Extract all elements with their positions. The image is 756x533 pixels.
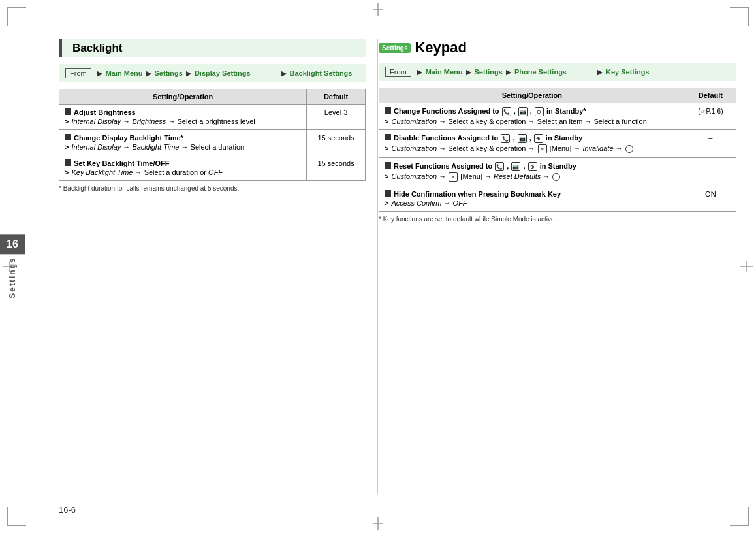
circle-icon2 xyxy=(552,173,560,181)
corner-mark-bl xyxy=(7,507,26,526)
breadcrumb-arrow-r1: ▶ xyxy=(417,68,422,76)
backlight-section-header: Backlight xyxy=(59,39,366,57)
table-header-setting-right: Setting/Operation xyxy=(379,88,685,103)
default-disable-functions: – xyxy=(685,130,736,158)
menu-icon2: ≡ xyxy=(449,172,458,182)
page-label: Settings xyxy=(8,257,17,298)
keypad-table: Setting/Operation Default Change Functio… xyxy=(379,88,736,212)
page-number: 16 xyxy=(0,234,25,254)
breadcrumb-arrow4-left: ▶ xyxy=(281,69,287,78)
table-row: Hide Confirmation when Pressing Bookmark… xyxy=(379,186,736,212)
breadcrumb-arrow2-left: ▶ xyxy=(146,69,151,78)
breadcrumb-main-menu-left: Main Menu xyxy=(106,69,143,77)
bullet-icon xyxy=(385,162,391,169)
table-header-setting-left: Setting/Operation xyxy=(59,89,307,105)
content-area: Backlight From ▶ Main Menu ▶ Settings ▶ … xyxy=(59,39,736,223)
table-row: Change Functions Assigned to 📞 , 📷 , ⊕ i… xyxy=(379,103,736,130)
setting-adjust-brightness: Adjust Brightness > Internal Display → B… xyxy=(59,105,307,130)
bullet-icon xyxy=(65,108,71,115)
breadcrumb-phone-settings: Phone Settings xyxy=(514,68,567,76)
table-header-default-left: Default xyxy=(307,89,366,105)
keypad-breadcrumb: From ▶ Main Menu ▶ Settings ▶ Phone Sett… xyxy=(379,63,736,81)
corner-mark-tr xyxy=(730,7,749,26)
breadcrumb-arrow-r2: ▶ xyxy=(466,68,471,76)
table-row: Reset Functions Assigned to 📞 , 📷 , ⊕ in… xyxy=(379,158,736,186)
keypad-section-header: Settings Keypad xyxy=(379,39,736,56)
bullet-icon xyxy=(385,190,391,197)
breadcrumb-arrow-r4: ▶ xyxy=(597,68,603,76)
default-backlight-time: 15 seconds xyxy=(307,130,366,155)
setting-reset-functions: Reset Functions Assigned to 📞 , 📷 , ⊕ in… xyxy=(379,158,685,186)
camera-icon: 📷 xyxy=(518,107,528,116)
breadcrumb-backlight-settings: Backlight Settings xyxy=(290,69,353,77)
left-panel: Backlight From ▶ Main Menu ▶ Settings ▶ … xyxy=(59,39,366,223)
default-key-backlight: 15 seconds xyxy=(307,155,366,181)
setting-hide-confirmation: Hide Confirmation when Pressing Bookmark… xyxy=(379,186,685,212)
camera-icon2: 📷 xyxy=(518,134,527,143)
breadcrumb-settings-left: Settings xyxy=(155,69,183,77)
corner-mark-tl xyxy=(7,7,26,26)
bullet-icon xyxy=(65,134,71,140)
table-row: Adjust Brightness > Internal Display → B… xyxy=(59,105,366,130)
backlight-title: Backlight xyxy=(72,42,123,54)
settings-badge: Settings xyxy=(379,43,411,53)
breadcrumb-arrow3-left: ▶ xyxy=(186,69,191,78)
media-icon: ⊕ xyxy=(535,107,544,116)
bullet-icon xyxy=(65,159,71,166)
breadcrumb-display-settings: Display Settings xyxy=(195,69,251,77)
setting-disable-functions: Disable Functions Assigned to 📞 , 📷 , ⊕ … xyxy=(379,130,685,158)
backlight-breadcrumb: From ▶ Main Menu ▶ Settings ▶ Display Se… xyxy=(59,64,366,82)
from-label-right: From xyxy=(385,67,411,77)
setting-key-backlight: Set Key Backlight Time/OFF > Key Backlig… xyxy=(59,155,307,181)
default-adjust-brightness: Level 3 xyxy=(307,105,366,130)
default-reset-functions: – xyxy=(685,158,736,186)
default-hide-confirmation: ON xyxy=(685,186,736,212)
default-change-functions: (☞P.1-6) xyxy=(685,103,736,130)
sidebar-page: 16 Settings xyxy=(0,234,25,298)
breadcrumb-arrow-r3: ▶ xyxy=(506,68,511,76)
from-label-left: From xyxy=(65,68,91,78)
cross-top xyxy=(373,3,383,16)
table-header-default-right: Default xyxy=(685,88,736,103)
phone-icon3: 📞 xyxy=(495,162,504,171)
right-panel: Settings Keypad From ▶ Main Menu ▶ Setti… xyxy=(379,39,736,223)
bullet-icon xyxy=(385,134,391,140)
menu-icon: ≡ xyxy=(538,144,547,153)
panel-divider xyxy=(377,39,378,494)
media-icon3: ⊕ xyxy=(528,162,537,171)
keypad-footnote: * Key functions are set to default while… xyxy=(379,216,736,223)
setting-backlight-time: Change Display Backlight Time* > Interna… xyxy=(59,130,307,155)
corner-mark-br xyxy=(730,507,749,526)
phone-icon: 📞 xyxy=(502,107,511,116)
breadcrumb-main-menu-right: Main Menu xyxy=(426,68,463,76)
table-row: Disable Functions Assigned to 📞 , 📷 , ⊕ … xyxy=(379,130,736,158)
circle-icon xyxy=(625,145,633,153)
backlight-table: Setting/Operation Default Adjust Brightn… xyxy=(59,89,366,181)
keypad-title: Keypad xyxy=(415,39,466,56)
breadcrumb-settings-right: Settings xyxy=(475,68,503,76)
table-row: Set Key Backlight Time/OFF > Key Backlig… xyxy=(59,155,366,181)
bottom-page-number: 16-6 xyxy=(59,505,76,515)
cross-right xyxy=(740,261,753,272)
setting-change-functions: Change Functions Assigned to 📞 , 📷 , ⊕ i… xyxy=(379,103,685,130)
phone-icon2: 📞 xyxy=(501,134,510,143)
backlight-footnote: * Backlight duration for calls remains u… xyxy=(59,185,366,192)
media-icon2: ⊕ xyxy=(534,134,543,143)
cross-bottom xyxy=(373,517,383,530)
breadcrumb-key-settings: Key Settings xyxy=(606,68,650,76)
table-row: Change Display Backlight Time* > Interna… xyxy=(59,130,366,155)
bullet-icon xyxy=(385,107,391,114)
camera-icon3: 📷 xyxy=(511,162,520,171)
breadcrumb-arrow-left: ▶ xyxy=(97,69,102,78)
